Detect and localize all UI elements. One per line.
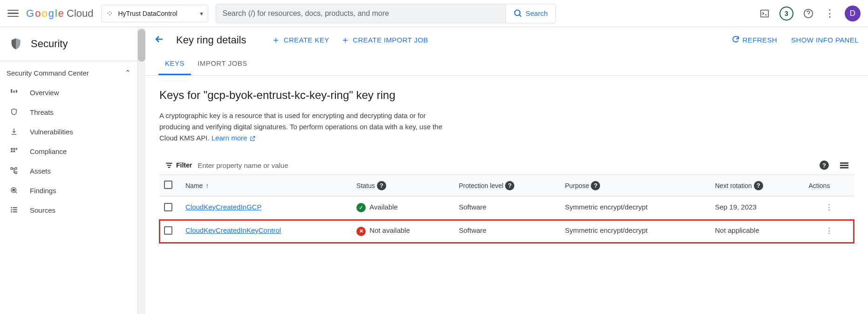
svg-rect-4 — [11, 89, 12, 93]
top-right-controls: 3 ⋮ D — [758, 6, 861, 21]
column-select-icon[interactable] — [840, 162, 848, 168]
status-error-icon: ✕ — [356, 227, 366, 236]
col-status: Status ? — [352, 175, 454, 196]
status-text: Available — [369, 203, 398, 211]
status-text: Not available — [369, 226, 410, 234]
svg-rect-18 — [13, 207, 17, 208]
col-purpose: Purpose ? — [560, 175, 710, 196]
sidebar-product-header[interactable]: Security — [0, 27, 137, 61]
sidebar-section-toggle[interactable]: Security Command Center ⌃ — [0, 61, 137, 81]
svg-rect-7 — [11, 148, 13, 150]
svg-rect-8 — [14, 148, 15, 150]
key-link[interactable]: CloudKeyCreatedInKeyControl — [185, 226, 281, 234]
refresh-icon — [731, 35, 740, 45]
project-name: HyTrust DataControl — [118, 10, 178, 17]
select-all-checkbox[interactable] — [164, 181, 172, 189]
filter-label: Filter — [165, 161, 192, 169]
sidebar-item-vulnerabilities[interactable]: Vulnerabilities — [0, 122, 137, 141]
row-actions-menu-icon[interactable]: ⋮ — [804, 220, 854, 243]
sidebar-item-findings[interactable]: Findings — [0, 181, 137, 200]
help-icon[interactable]: ? — [505, 181, 514, 190]
sidebar-items: Overview Threats Vulnerabilities Complia… — [0, 81, 137, 222]
help-icon[interactable]: ? — [591, 181, 600, 190]
row-checkbox[interactable] — [164, 203, 172, 211]
learn-more-link[interactable]: Learn more — [212, 134, 256, 142]
col-rotation: Next rotation ? — [710, 175, 804, 196]
sidebar-item-compliance[interactable]: Compliance — [0, 141, 137, 161]
top-bar: Google Cloud HyTrust DataControl ▾ Searc… — [0, 0, 868, 27]
tab-keys[interactable]: KEYS — [158, 53, 191, 75]
sidebar-item-sources[interactable]: Sources — [0, 200, 137, 220]
main-content: Key ring details ＋CREATE KEY ＋CREATE IMP… — [145, 27, 868, 314]
show-info-panel-button[interactable]: SHOW INFO PANEL — [791, 35, 859, 45]
rotation-text: Not applicable — [710, 220, 804, 243]
sidebar-scrollbar[interactable] — [138, 27, 145, 314]
search-input[interactable] — [216, 4, 506, 23]
hamburger-menu-icon[interactable] — [7, 8, 19, 19]
svg-rect-22 — [13, 211, 17, 212]
tabs: KEYS IMPORT JOBS — [145, 53, 868, 76]
overflow-menu-icon[interactable]: ⋮ — [823, 7, 836, 20]
search-button[interactable]: Search — [506, 4, 555, 23]
status-ok-icon: ✓ — [356, 203, 366, 212]
protection-text: Software — [454, 220, 560, 243]
project-picker[interactable]: HyTrust DataControl ▾ — [101, 5, 208, 22]
table-header-row: Name↑ Status ? Protection level ? Purpos… — [159, 175, 854, 196]
svg-rect-17 — [11, 207, 12, 208]
sidebar-item-assets[interactable]: Assets — [0, 161, 137, 181]
filter-help-icon[interactable]: ? — [820, 160, 829, 170]
key-link[interactable]: CloudKeyCreatedInGCP — [185, 203, 261, 211]
col-protection: Protection level ? — [454, 175, 560, 196]
sidebar-item-threats[interactable]: Threats — [0, 102, 137, 122]
col-name[interactable]: Name↑ — [181, 175, 352, 196]
purpose-text: Symmetric encrypt/decrypt — [560, 220, 710, 243]
table-row: CloudKeyCreatedInGCP✓AvailableSoftwareSy… — [159, 196, 854, 220]
project-dots-icon — [106, 9, 115, 18]
findings-icon — [9, 186, 19, 195]
sidebar-item-overview[interactable]: Overview — [0, 83, 137, 102]
tree-icon — [9, 167, 19, 175]
cloud-shell-icon[interactable] — [758, 7, 771, 20]
sidebar: Security Security Command Center ⌃ Overv… — [0, 27, 138, 314]
plus-icon: ＋ — [271, 34, 280, 46]
help-icon[interactable]: ? — [377, 181, 386, 190]
svg-rect-25 — [168, 167, 171, 168]
svg-rect-10 — [11, 151, 13, 153]
filter-input[interactable] — [198, 161, 814, 169]
shield-outline-icon — [9, 108, 19, 116]
tab-import-jobs[interactable]: IMPORT JOBS — [191, 53, 254, 75]
notifications-badge[interactable]: 3 — [779, 7, 793, 21]
download-icon — [9, 127, 19, 136]
search-wrapper: Search — [216, 4, 556, 23]
svg-rect-5 — [14, 91, 15, 93]
refresh-button[interactable]: REFRESH — [731, 35, 777, 45]
protection-text: Software — [454, 196, 560, 220]
svg-rect-6 — [16, 90, 17, 93]
keys-table: Name↑ Status ? Protection level ? Purpos… — [159, 174, 854, 243]
svg-rect-14 — [15, 172, 17, 174]
sort-asc-icon: ↑ — [205, 182, 209, 189]
avatar[interactable]: D — [845, 6, 861, 21]
create-key-button[interactable]: ＋CREATE KEY — [271, 34, 329, 46]
svg-point-16 — [13, 189, 15, 191]
row-checkbox[interactable] — [164, 226, 172, 235]
gcp-logo[interactable]: Google Cloud — [26, 7, 94, 20]
svg-rect-2 — [761, 10, 769, 17]
svg-rect-19 — [11, 209, 12, 210]
chevron-down-icon: ▾ — [200, 10, 203, 17]
shield-icon — [9, 37, 22, 50]
svg-rect-20 — [13, 209, 17, 210]
back-arrow-icon[interactable] — [154, 34, 165, 46]
svg-rect-23 — [166, 163, 172, 164]
help-icon[interactable]: ? — [754, 181, 763, 190]
row-actions-menu-icon[interactable]: ⋮ — [804, 196, 854, 220]
grid-icon — [9, 147, 19, 155]
svg-point-0 — [514, 10, 520, 15]
svg-rect-24 — [167, 165, 171, 166]
table-row: CloudKeyCreatedInKeyControl✕Not availabl… — [159, 220, 854, 243]
page-title: Key ring details — [176, 34, 246, 46]
help-icon[interactable] — [802, 7, 815, 20]
rotation-text: Sep 19, 2023 — [710, 196, 804, 220]
create-import-job-button[interactable]: ＋CREATE IMPORT JOB — [341, 34, 428, 46]
chevron-up-icon: ⌃ — [125, 69, 131, 77]
